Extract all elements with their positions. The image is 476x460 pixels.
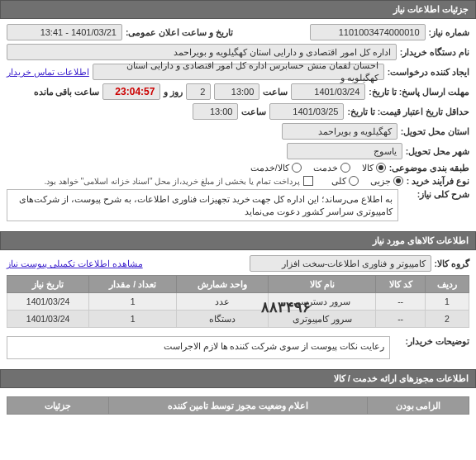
field-group: کامپیوتر و فناوری اطلاعات-سخت افزار (250, 255, 431, 272)
table-row: 2 -- سرور کامپیوتری دستگاه 1 1401/03/24 (7, 311, 469, 328)
cell-row: 1 (425, 293, 469, 311)
th-qty: تعداد / مقدار (89, 276, 177, 293)
radio-icon (292, 163, 302, 173)
radio-partial[interactable]: جزیی (370, 176, 403, 186)
radio-group-purchase: جزیی کلی (331, 176, 403, 186)
field-creator: احسان لقمان منش حسابرس اداره کل امور اقت… (93, 64, 384, 80)
form-items: گروه کالا: کامپیوتر و فناوری اطلاعات-سخت… (0, 250, 476, 369)
radio-icon (393, 176, 403, 186)
radio-group-classify: کالا خدمت کالا/خدمت (250, 163, 386, 173)
section-header-details: جزئیات اطلاعات نیاز (0, 0, 476, 19)
field-buyer-notes: رعایت نکات پیوست از سوی شرکت کننده ها لا… (7, 336, 390, 359)
radio-icon (340, 163, 350, 173)
th-row: ردیف (425, 276, 469, 293)
radio-label-goods: کالا (362, 163, 374, 173)
field-valid-hour: 13:00 (193, 103, 238, 120)
radio-label-goods-service: کالا/خدمت (250, 163, 289, 173)
th-mandatory: الزامی بودن (368, 397, 469, 415)
field-province: کهگیلویه و بویراحمد (282, 123, 397, 140)
items-table: ردیف کد کالا نام کالا واحد شمارش تعداد /… (7, 275, 469, 328)
cell-date: 1401/03/24 (7, 311, 89, 328)
th-unit: واحد شمارش (177, 276, 269, 293)
form-licenses: الزامی بودن اعلام وضعیت مجوز توسط تامین … (0, 388, 476, 416)
th-announce: اعلام وضعیت مجوز توسط تامین کننده (108, 397, 367, 415)
label-buyer-org: نام دستگاه خریدار: (400, 47, 469, 57)
label-classify: طبقه بندی موضوعی: (389, 163, 469, 173)
label-general-desc: شرح کلی نیاز: (403, 189, 469, 199)
watermark-number: ۸۸۳۴۹۶ (261, 298, 311, 316)
label-group: گروه کالا: (435, 258, 469, 268)
label-req-num: شماره نیاز: (429, 27, 469, 37)
field-remain: 23:04:57 (102, 83, 160, 100)
th-details: جزئیات (7, 397, 109, 415)
link-attachment[interactable]: مشاهده اطلاعات تکمیلی پیوست نیاز (7, 258, 143, 268)
field-valid-date: 1401/03/25 (269, 103, 344, 120)
label-purchase-type: نوع فرآیند خرید : (407, 176, 469, 186)
link-contact-buyer[interactable]: اطلاعات تماس خریدار (7, 67, 89, 77)
radio-goods-service[interactable]: کالا/خدمت (250, 163, 302, 173)
th-code: کد کالا (376, 276, 425, 293)
cell-date: 1401/03/24 (7, 293, 89, 311)
cell-qty: 1 (89, 311, 177, 328)
label-payment-note: پرداخت تمام یا بخشی از مبلغ خرید،از محل … (45, 177, 300, 186)
radio-icon (376, 163, 386, 173)
label-city: شهر محل تحویل: (406, 146, 469, 156)
field-announce: 1401/03/21 - 13:41 (7, 24, 122, 40)
cell-qty: 1 (89, 293, 177, 311)
field-req-num: 1101003474000010 (310, 24, 426, 40)
th-name: نام کالا (269, 276, 376, 293)
cell-unit: عدد (177, 293, 269, 311)
cell-unit: دستگاه (177, 311, 269, 328)
radio-label-partial: جزیی (370, 176, 391, 186)
field-deadline-date: 1401/03/24 (291, 83, 365, 100)
label-day: روز و (164, 87, 183, 97)
field-city: یاسوج (287, 143, 402, 159)
label-province: استان محل تحویل: (401, 126, 469, 136)
label-remain: ساعت باقی مانده (34, 87, 100, 97)
label-creator: ایجاد کننده درخواست: (388, 67, 469, 77)
label-announce: تاریخ و ساعت اعلان عمومی: (126, 27, 233, 37)
field-deadline-hour: 13:00 (214, 83, 259, 100)
form-details: شماره نیاز: 1101003474000010 تاریخ و ساع… (0, 19, 476, 231)
cell-code: -- (376, 293, 425, 311)
radio-goods[interactable]: کالا (362, 163, 386, 173)
cell-code: -- (376, 311, 425, 328)
license-table: الزامی بودن اعلام وضعیت مجوز توسط تامین … (7, 396, 469, 415)
radio-label-full: کلی (331, 176, 346, 186)
table-row: 1 -- سرور دسترسی عدد 1 1401/03/24 (7, 293, 469, 311)
th-date: تاریخ نیاز (7, 276, 89, 293)
field-buyer-org: اداره کل امور اقتصادی و دارایی استان کهگ… (7, 44, 397, 60)
section-header-items: اطلاعات کالاهای مورد نیاز (0, 231, 476, 250)
label-hour-1: ساعت (263, 87, 288, 97)
radio-full[interactable]: کلی (331, 176, 359, 186)
label-deadline: مهلت ارسال پاسخ: تا تاریخ: (369, 87, 469, 97)
field-general-desc: به اطلاع می‌رساند؛ این اداره کل جهت خرید… (7, 189, 398, 221)
checkbox-payment[interactable] (303, 176, 313, 186)
field-day-val: 2 (186, 83, 211, 100)
radio-icon (349, 176, 359, 186)
radio-service[interactable]: خدمت (313, 163, 350, 173)
label-valid-until: حداقل تاریخ اعتبار قیمت: تا تاریخ: (347, 107, 469, 116)
label-buyer-notes: توضیحات خریدار: (395, 336, 469, 346)
section-header-licenses: اطلاعات مجوزهای ارائه خدمت / کالا (0, 369, 476, 388)
cell-row: 2 (425, 311, 469, 328)
radio-label-service: خدمت (313, 163, 338, 173)
label-hour-2: ساعت (241, 107, 266, 116)
